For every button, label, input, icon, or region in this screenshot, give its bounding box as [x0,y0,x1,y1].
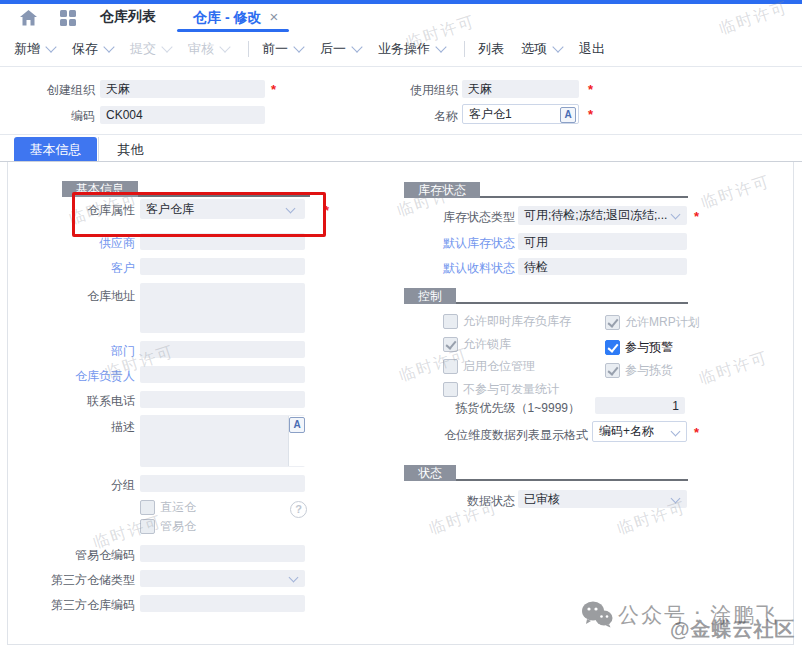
mrp-checkbox [605,315,620,330]
warehouse-edit-window: 仓库列表 仓库 - 修改× 新增 保存 提交 审核 前一 后一 业务操作 列表 … [0,0,802,647]
license-watermark: 临时许可 [699,171,774,213]
exit-button[interactable]: 退出 [579,40,605,58]
options-button[interactable]: 选项 [521,40,562,58]
license-watermark: 临时许可 [697,347,772,389]
default-receive-status-link[interactable]: 默认收料状态 [400,259,515,277]
no-avail-stat-checkbox [443,382,458,397]
mrp-label: 允许MRP计划 [625,315,700,330]
multilang-icon[interactable]: A [560,107,576,123]
name-label: 名称 [383,107,458,125]
chevron-down-icon [351,41,362,52]
address-label: 仓库地址 [20,287,135,305]
guanyi-code-label: 管易仓编码 [20,546,135,564]
window-tab-label: 仓库 - 修改 [193,9,261,25]
exit-label: 退出 [579,40,605,58]
chevron-down-icon [161,41,172,52]
neg-stock-checkbox [443,314,458,329]
business-ops-button[interactable]: 业务操作 [378,40,445,58]
group-control: 控制 [404,288,456,304]
manager-link-label[interactable]: 仓库负责人 [20,367,135,385]
home-icon[interactable] [20,10,37,30]
apps-grid-icon[interactable] [60,10,76,30]
department-link-label[interactable]: 部门 [20,342,135,360]
community-watermark: @金蝶云社区 [670,616,796,643]
chevron-down-icon [293,41,304,52]
group-inventory-status: 库存状态 [404,182,480,198]
direct-ship-label: 直运仓 [160,500,196,515]
prev-button[interactable]: 前一 [262,40,303,58]
address-textarea [140,283,305,333]
department-field [140,341,305,358]
list-button[interactable]: 列表 [478,40,504,58]
third-party-type-select[interactable] [140,570,305,587]
toolbar: 新增 保存 提交 审核 前一 后一 业务操作 列表 选项 退出 [0,33,802,65]
picking-checkbox [605,363,620,378]
window-tab-warehouse-list[interactable]: 仓库列表 [100,8,156,26]
audit-label: 审核 [188,40,214,58]
bin-format-label: 仓位维度数据列表显示格式 [420,426,588,444]
group-field [140,475,305,492]
save-label: 保存 [72,40,98,58]
next-label: 后一 [320,40,346,58]
customer-link-label[interactable]: 客户 [20,259,135,277]
guanyi-label: 管易仓 [160,519,196,534]
create-org-label: 创建组织 [20,81,95,99]
save-button[interactable]: 保存 [72,40,113,58]
new-label: 新增 [14,40,40,58]
submit-label: 提交 [130,40,156,58]
third-party-code-field [140,595,305,612]
tab-basic-info[interactable]: 基本信息 [14,137,97,162]
group-field-label: 分组 [20,476,135,494]
prev-label: 前一 [262,40,288,58]
window-tab-warehouse-edit[interactable]: 仓库 - 修改× [193,8,278,27]
help-icon[interactable]: ? [290,501,307,518]
panel-border-bottom [7,644,794,645]
active-tab-underline [177,29,289,32]
code-label: 编码 [20,107,95,125]
tab-other[interactable]: 其他 [98,137,162,162]
divider [0,134,802,135]
manager-field [140,366,305,383]
options-label: 选项 [521,40,547,58]
list-label: 列表 [478,40,504,58]
data-status-select[interactable]: 已审核 [518,490,687,508]
panel-border-left [7,162,8,645]
phone-field [140,391,305,408]
phone-label: 联系电话 [20,392,135,410]
new-button[interactable]: 新增 [14,40,55,58]
audit-button: 审核 [188,40,229,58]
description-textarea [140,415,305,467]
required-mark: * [588,107,593,122]
toolbar-separator [248,41,249,57]
chevron-down-icon [435,41,446,52]
next-button[interactable]: 后一 [320,40,361,58]
chevron-down-icon [45,41,56,52]
warning-label: 参与预警 [625,340,673,355]
license-watermark: 临时许可 [397,344,472,386]
no-avail-stat-label: 不参与可发量统计 [463,382,559,397]
chevron-down-icon [219,41,230,52]
inv-status-type-select[interactable]: 可用;待检;冻结;退回冻结;... [518,206,687,225]
warning-checkbox[interactable] [605,340,620,355]
close-tab-icon[interactable]: × [269,8,278,25]
top-accent-bar [0,0,802,4]
highlight-red-box [72,192,326,237]
description-label: 描述 [20,418,135,436]
required-mark: * [271,82,276,97]
data-status-label: 数据状态 [400,492,515,510]
direct-ship-checkbox [140,500,155,515]
code-field: CK004 [100,106,265,124]
chevron-down-icon [103,41,114,52]
customer-field [140,258,305,275]
third-party-code-label: 第三方仓库编码 [20,596,135,614]
default-stock-status-link[interactable]: 默认库存状态 [400,234,515,252]
pick-priority-field: 1 [595,397,685,414]
required-mark: * [588,82,593,97]
multilang-icon[interactable]: A [289,417,305,433]
chevron-down-icon [552,41,563,52]
wechat-icon [581,600,613,632]
lock-stock-label: 允许锁库 [463,337,511,352]
pick-priority-label: 拣货优先级（1~9999） [420,399,580,417]
required-mark: * [694,425,699,440]
location-mgmt-checkbox [443,359,458,374]
